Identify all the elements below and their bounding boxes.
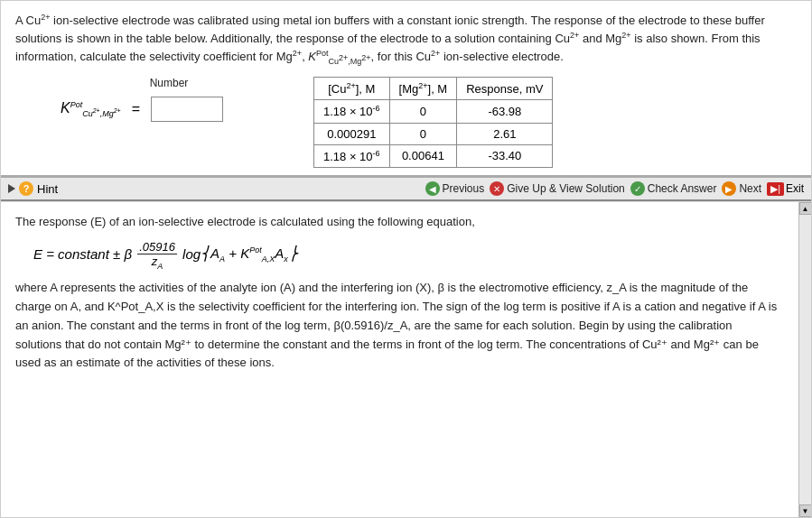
table-cell: 2.61 (457, 123, 553, 144)
table-row: 1.18 × 10-6 0.00641 -33.40 (314, 144, 553, 167)
table-header-cu: [Cu2+], M (314, 78, 390, 100)
hint-triangle-icon (8, 184, 15, 193)
scroll-down-button[interactable]: ▼ (799, 504, 812, 517)
previous-button[interactable]: ◀ Previous (425, 181, 485, 196)
formula-box: Number KPotCu2+,Mg2+ = (15, 77, 268, 122)
next-label: Next (739, 182, 761, 195)
hint-intro-text: The response (E) of an ion-selective ele… (15, 213, 780, 231)
equation-display: E = constant ± β .05916 zA log⎨AA + KPot… (33, 240, 780, 271)
give-up-label: Give Up & View Solution (507, 182, 625, 195)
next-button[interactable]: ▶ Next (722, 181, 761, 196)
number-label: Number (150, 77, 189, 89)
check-answer-label: Check Answer (648, 182, 717, 195)
table-row: 0.000291 0 2.61 (314, 123, 553, 144)
k-formula: KPotCu2+,Mg2+ = (61, 97, 223, 122)
table-row: 1.18 × 10-6 0 -63.98 (314, 100, 553, 123)
table-header-mg: [Mg2+], M (389, 78, 457, 100)
k-symbol: KPotCu2+,Mg2+ (61, 100, 121, 119)
scroll-track (799, 215, 812, 504)
table-cell: 0 (389, 100, 457, 123)
table-cell: 1.18 × 10-6 (314, 100, 390, 123)
table-cell: -33.40 (457, 144, 553, 167)
question-text: A Cu2+ ion-selective electrode was calib… (15, 12, 782, 68)
table-cell: -63.98 (457, 100, 553, 123)
content-row: Number KPotCu2+,Mg2+ = [Cu2+], (15, 77, 782, 168)
scroll-up-button[interactable]: ▲ (799, 202, 812, 215)
exit-icon: ▶| (767, 182, 784, 196)
table-cell: 0 (389, 123, 457, 144)
question-area: A Cu2+ ion-selective electrode was calib… (1, 1, 811, 177)
fraction: .05916 zA (137, 240, 177, 271)
exit-button[interactable]: ▶| Exit (767, 182, 804, 196)
give-up-icon: ✕ (490, 181, 504, 196)
hint-section[interactable]: ? Hint (8, 181, 58, 196)
check-answer-icon: ✓ (630, 181, 645, 196)
nav-bar: ? Hint ◀ Previous ✕ Give Up & View Solut… (1, 177, 811, 201)
table-header-response: Response, mV (457, 78, 553, 100)
hint-icon: ? (19, 181, 33, 196)
main-container: A Cu2+ ion-selective electrode was calib… (0, 0, 812, 518)
hint-content: The response (E) of an ion-selective ele… (1, 201, 811, 517)
answer-input[interactable] (151, 97, 223, 122)
table-cell: 0.00641 (389, 144, 457, 167)
give-up-button[interactable]: ✕ Give Up & View Solution (490, 181, 625, 196)
table-cell: 0.000291 (314, 123, 390, 144)
explanation-text: where A represents the activities of the… (15, 279, 780, 373)
hint-scrollbar: ▲ ▼ (798, 202, 811, 517)
exit-label: Exit (786, 182, 804, 195)
previous-icon: ◀ (425, 181, 440, 196)
data-table: [Cu2+], M [Mg2+], M Response, mV 1.18 × … (313, 77, 553, 168)
check-answer-button[interactable]: ✓ Check Answer (630, 181, 717, 196)
next-icon: ▶ (722, 181, 736, 196)
log-args: ⎨AA + KPotA,XAx⎬ (201, 245, 298, 261)
hint-label: Hint (37, 182, 58, 196)
previous-label: Previous (443, 182, 485, 195)
table-cell: 1.18 × 10-6 (314, 144, 390, 167)
k-equals: = (132, 101, 140, 117)
data-table-container: [Cu2+], M [Mg2+], M Response, mV 1.18 × … (313, 77, 553, 168)
